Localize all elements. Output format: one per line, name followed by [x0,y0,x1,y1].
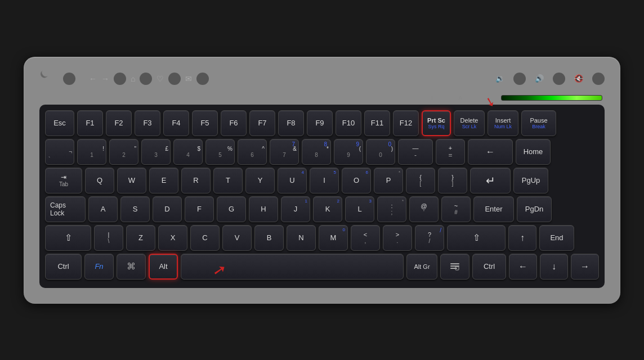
top-button-5[interactable] [196,73,209,85]
key-fn[interactable]: Fn [84,254,114,280]
key-backslash[interactable]: | \ [94,225,123,251]
key-hash[interactable]: ~ # [441,196,471,222]
key-prtsc[interactable]: Prt Sc Sys Rq [422,110,451,136]
key-n[interactable]: N [287,225,316,251]
key-space[interactable] [181,254,404,280]
key-f7[interactable]: F7 [249,110,275,136]
key-z[interactable]: Z [126,225,155,251]
key-q[interactable]: Q [85,168,114,194]
key-5[interactable]: % 5 [205,139,235,165]
top-button-4[interactable] [168,73,181,85]
key-l[interactable]: 3 L [345,196,374,222]
key-f6[interactable]: F6 [221,110,247,136]
key-g[interactable]: G [217,196,246,222]
key-j[interactable]: 1 J [281,196,310,222]
top-button-2[interactable] [114,73,126,85]
key-pause[interactable]: Pause Break [521,110,556,136]
key-f10[interactable]: F10 [336,110,361,136]
key-period[interactable]: > . [383,225,412,251]
key-pgup[interactable]: PgUp [513,168,548,194]
key-insert[interactable]: Insert Num Lk [488,110,518,136]
key-rbracket[interactable]: } ] [438,168,467,194]
key-esc[interactable]: Esc [45,110,74,136]
key-comma[interactable]: < , [351,225,380,251]
key-rshift[interactable]: ⇧ [447,225,506,251]
key-enter-bottom[interactable]: Enter [473,196,514,222]
key-f9[interactable]: F9 [307,110,333,136]
key-quote[interactable]: @ ' [409,196,439,222]
key-w[interactable]: W [117,168,146,194]
key-minus[interactable]: — - [398,139,433,165]
key-end[interactable]: End [539,225,574,251]
key-backspace[interactable]: ← [468,139,513,165]
key-left[interactable]: ← [509,254,537,280]
key-f[interactable]: F [185,196,214,222]
forward-icon: → [101,74,109,83]
key-h[interactable]: H [249,196,278,222]
top-button-3[interactable] [140,73,152,85]
key-lshift[interactable]: ⇧ [45,225,91,251]
key-enter-top[interactable]: ↵ [470,168,511,194]
key-win[interactable]: ⌘ [117,254,146,280]
key-f3[interactable]: F3 [135,110,160,136]
key-0[interactable]: ) 0 0 [366,139,395,165]
key-pgdn[interactable]: PgDn [517,196,552,222]
key-v[interactable]: V [222,225,252,251]
key-d[interactable]: D [153,196,182,222]
key-f5[interactable]: F5 [192,110,218,136]
key-p[interactable]: * P [374,168,403,194]
key-lbracket[interactable]: { [ [406,168,435,194]
key-i[interactable]: 5 I [310,168,339,194]
key-delete[interactable]: Delete Scr Lk [454,110,485,136]
key-menu[interactable] [440,254,469,280]
key-f11[interactable]: F11 [364,110,390,136]
vol-down-btn[interactable] [513,73,526,85]
key-f4[interactable]: F4 [163,110,189,136]
key-rctrl[interactable]: Ctrl [472,254,506,280]
key-a[interactable]: A [88,196,118,222]
key-lctrl[interactable]: Ctrl [45,254,82,280]
key-b[interactable]: B [254,225,284,251]
key-8[interactable]: * 8 8 [302,139,331,165]
mail-icon: ✉ [185,74,192,83]
key-alt[interactable]: Alt [149,254,178,280]
key-m[interactable]: 0 M [319,225,348,251]
key-c[interactable]: C [190,225,220,251]
key-2[interactable]: " 2 [109,139,138,165]
key-s[interactable]: S [120,196,150,222]
key-caps-lock[interactable]: Caps Lock [45,196,86,222]
key-7[interactable]: & 7 7 [270,139,299,165]
key-y[interactable]: Y [245,168,275,194]
key-f2[interactable]: F2 [106,110,132,136]
key-home[interactable]: Home [516,139,551,165]
key-t[interactable]: T [213,168,243,194]
key-down[interactable]: ↓ [540,254,568,280]
key-tab[interactable]: ⇥ Tab [45,168,82,194]
key-o[interactable]: 6 O [342,168,371,194]
key-altgr[interactable]: Alt Gr [406,254,437,280]
key-slash[interactable]: ? / / [415,225,444,251]
top-button-1[interactable] [63,73,75,85]
key-1[interactable]: ! 1 [77,139,106,165]
mute-btn[interactable] [592,73,605,85]
key-r[interactable]: R [181,168,211,194]
key-equals[interactable]: + = [436,139,465,165]
heart-icon: ♡ [156,74,164,83]
key-3[interactable]: £ 3 [141,139,171,165]
key-f1[interactable]: F1 [77,110,103,136]
key-k[interactable]: 2 K [313,196,342,222]
key-backtick[interactable]: ¬ ` [45,139,74,165]
vol-up-btn[interactable] [553,73,565,85]
key-up[interactable]: ↑ [508,225,536,251]
key-right[interactable]: → [571,254,599,280]
key-f8[interactable]: F8 [278,110,304,136]
key-u[interactable]: 4 U [278,168,307,194]
keyboard-body: Esc F1 F2 F3 F4 F5 F6 F7 F8 F9 F10 F11 F… [39,105,605,288]
key-x[interactable]: X [158,225,187,251]
key-4[interactable]: $ 4 [173,139,203,165]
key-6[interactable]: ^ 6 [238,139,267,165]
key-semicolon[interactable]: : ; * [377,196,406,222]
key-f12[interactable]: F12 [393,110,419,136]
key-e[interactable]: E [149,168,178,194]
key-9[interactable]: ( 9 9 [334,139,363,165]
